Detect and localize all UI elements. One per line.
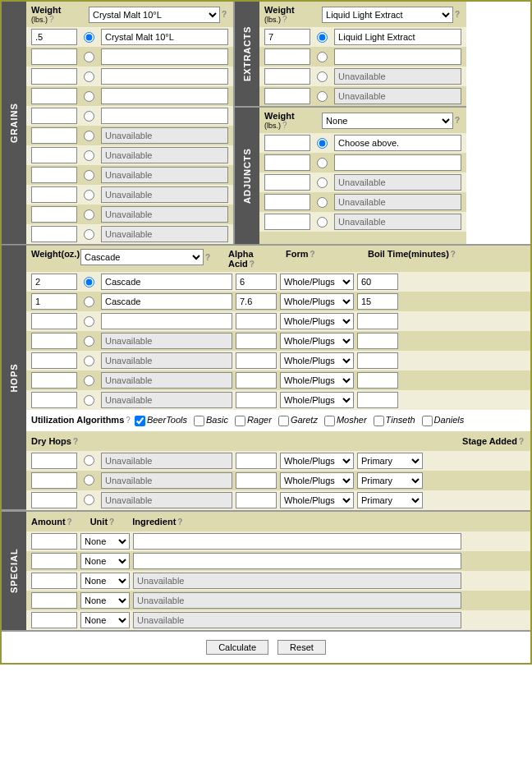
util-option[interactable]: Daniels bbox=[422, 415, 465, 425]
util-checkbox[interactable] bbox=[278, 416, 289, 426]
row-radio[interactable] bbox=[84, 209, 94, 220]
util-option[interactable]: Rager bbox=[235, 415, 272, 425]
weight-input[interactable] bbox=[31, 453, 77, 469]
adjuncts-selector[interactable]: None bbox=[322, 113, 453, 129]
weight-input[interactable] bbox=[31, 88, 77, 104]
row-radio[interactable] bbox=[84, 375, 94, 386]
form-select[interactable]: Whole/Plugs bbox=[280, 492, 354, 508]
row-radio[interactable] bbox=[84, 52, 94, 62]
name-input[interactable] bbox=[101, 333, 232, 349]
name-input[interactable] bbox=[101, 352, 232, 369]
form-select[interactable]: Whole/Plugs bbox=[280, 392, 354, 408]
row-radio[interactable] bbox=[84, 395, 94, 406]
row-radio[interactable] bbox=[84, 131, 94, 141]
row-radio[interactable] bbox=[317, 177, 328, 188]
form-select[interactable]: Whole/Plugs bbox=[280, 333, 354, 349]
weight-input[interactable] bbox=[264, 29, 310, 45]
weight-input[interactable] bbox=[31, 147, 77, 163]
name-input[interactable] bbox=[101, 453, 232, 469]
name-input[interactable] bbox=[334, 88, 461, 104]
weight-input[interactable] bbox=[264, 214, 310, 230]
boiltime-input[interactable] bbox=[357, 333, 398, 349]
form-select[interactable]: Whole/Plugs bbox=[280, 352, 354, 369]
help-icon[interactable]: ? bbox=[310, 250, 315, 259]
weight-input[interactable] bbox=[31, 293, 77, 310]
weight-input[interactable] bbox=[31, 313, 77, 329]
util-option[interactable]: Garetz bbox=[278, 415, 318, 425]
boiltime-input[interactable] bbox=[357, 372, 398, 389]
calculate-button[interactable]: Calculate bbox=[206, 640, 268, 655]
row-radio[interactable] bbox=[84, 475, 94, 485]
util-checkbox[interactable] bbox=[135, 416, 145, 426]
row-radio[interactable] bbox=[84, 111, 94, 122]
amount-input[interactable] bbox=[31, 533, 77, 550]
reset-button[interactable]: Reset bbox=[277, 640, 326, 655]
help-icon[interactable]: ? bbox=[282, 15, 287, 24]
alpha-input[interactable] bbox=[236, 313, 277, 329]
name-input[interactable] bbox=[101, 372, 232, 389]
unit-select[interactable]: None bbox=[80, 612, 130, 628]
boiltime-input[interactable] bbox=[357, 274, 398, 290]
weight-input[interactable] bbox=[31, 108, 77, 124]
weight-input[interactable] bbox=[264, 68, 310, 85]
row-radio[interactable] bbox=[84, 316, 94, 327]
form-select[interactable]: Whole/Plugs bbox=[280, 274, 354, 290]
ingredient-input[interactable] bbox=[133, 553, 461, 569]
name-input[interactable] bbox=[334, 194, 461, 210]
weight-input[interactable] bbox=[31, 127, 77, 144]
row-radio[interactable] bbox=[84, 297, 94, 307]
ingredient-input[interactable] bbox=[133, 573, 461, 589]
unit-select[interactable]: None bbox=[80, 553, 130, 569]
help-icon[interactable]: ? bbox=[455, 116, 460, 125]
help-icon[interactable]: ? bbox=[222, 10, 227, 19]
ingredient-input[interactable] bbox=[133, 533, 461, 550]
name-input[interactable] bbox=[101, 274, 232, 290]
weight-input[interactable] bbox=[31, 226, 77, 242]
help-icon[interactable]: ? bbox=[455, 10, 460, 19]
ingredient-input[interactable] bbox=[133, 612, 461, 628]
boiltime-input[interactable] bbox=[357, 313, 398, 329]
help-icon[interactable]: ? bbox=[282, 121, 287, 130]
weight-input[interactable] bbox=[264, 174, 310, 191]
weight-input[interactable] bbox=[31, 29, 77, 45]
row-radio[interactable] bbox=[84, 336, 94, 347]
name-input[interactable] bbox=[101, 147, 228, 163]
util-option[interactable]: Mosher bbox=[324, 415, 367, 425]
help-icon[interactable]: ? bbox=[126, 416, 131, 425]
stage-select[interactable]: Primary bbox=[357, 472, 423, 489]
name-input[interactable] bbox=[101, 88, 228, 104]
weight-input[interactable] bbox=[31, 186, 77, 203]
hops-selector[interactable]: Cascade bbox=[80, 249, 204, 265]
util-checkbox[interactable] bbox=[374, 416, 384, 426]
unit-select[interactable]: None bbox=[80, 592, 130, 609]
name-input[interactable] bbox=[101, 472, 232, 489]
util-checkbox[interactable] bbox=[422, 416, 433, 426]
name-input[interactable] bbox=[101, 313, 232, 329]
row-radio[interactable] bbox=[84, 277, 94, 288]
name-input[interactable] bbox=[101, 492, 232, 508]
weight-input[interactable] bbox=[31, 372, 77, 389]
boiltime-input[interactable] bbox=[357, 293, 398, 310]
weight-input[interactable] bbox=[31, 472, 77, 489]
name-input[interactable] bbox=[334, 135, 461, 151]
row-radio[interactable] bbox=[84, 494, 94, 505]
alpha-input[interactable] bbox=[236, 333, 277, 349]
row-radio[interactable] bbox=[317, 197, 328, 208]
alpha-input[interactable] bbox=[236, 372, 277, 389]
boiltime-input[interactable] bbox=[357, 392, 398, 408]
help-icon[interactable]: ? bbox=[519, 437, 524, 446]
help-icon[interactable]: ? bbox=[250, 260, 255, 269]
weight-input[interactable] bbox=[31, 206, 77, 223]
row-radio[interactable] bbox=[84, 32, 94, 43]
row-radio[interactable] bbox=[84, 91, 94, 102]
boiltime-input[interactable] bbox=[357, 352, 398, 369]
row-radio[interactable] bbox=[317, 52, 328, 62]
util-checkbox[interactable] bbox=[235, 416, 245, 426]
weight-input[interactable] bbox=[31, 392, 77, 408]
weight-input[interactable] bbox=[264, 135, 310, 151]
row-radio[interactable] bbox=[317, 71, 328, 82]
name-input[interactable] bbox=[334, 154, 461, 171]
help-icon[interactable]: ? bbox=[67, 518, 72, 527]
util-checkbox[interactable] bbox=[324, 416, 335, 426]
unit-select[interactable]: None bbox=[80, 573, 130, 589]
